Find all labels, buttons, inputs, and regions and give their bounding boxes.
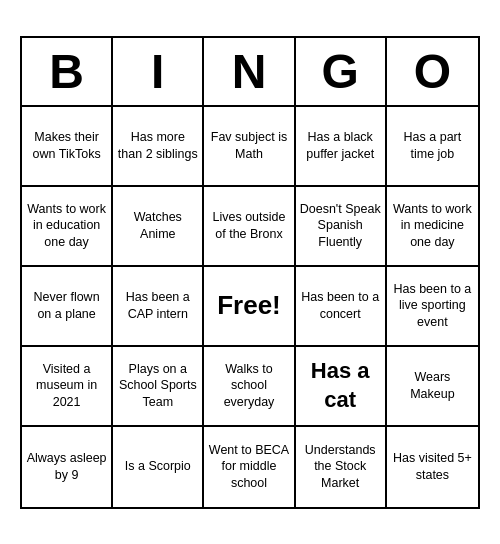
bingo-cell-11[interactable]: Has been a CAP intern bbox=[113, 267, 204, 347]
bingo-letter-b: B bbox=[22, 38, 113, 105]
bingo-cell-6[interactable]: Watches Anime bbox=[113, 187, 204, 267]
bingo-cell-23[interactable]: Understands the Stock Market bbox=[296, 427, 387, 507]
bingo-cell-7[interactable]: Lives outside of the Bronx bbox=[204, 187, 295, 267]
bingo-cell-24[interactable]: Has visited 5+ states bbox=[387, 427, 478, 507]
bingo-cell-2[interactable]: Fav subject is Math bbox=[204, 107, 295, 187]
bingo-cell-17[interactable]: Walks to school everyday bbox=[204, 347, 295, 427]
bingo-cell-5[interactable]: Wants to work in education one day bbox=[22, 187, 113, 267]
bingo-cell-3[interactable]: Has a black puffer jacket bbox=[296, 107, 387, 187]
bingo-grid: Makes their own TikToksHas more than 2 s… bbox=[22, 107, 478, 507]
bingo-cell-4[interactable]: Has a part time job bbox=[387, 107, 478, 187]
bingo-cell-10[interactable]: Never flown on a plane bbox=[22, 267, 113, 347]
bingo-cell-9[interactable]: Wants to work in medicine one day bbox=[387, 187, 478, 267]
bingo-cell-1[interactable]: Has more than 2 siblings bbox=[113, 107, 204, 187]
bingo-header: BINGO bbox=[22, 38, 478, 107]
bingo-cell-0[interactable]: Makes their own TikToks bbox=[22, 107, 113, 187]
bingo-letter-g: G bbox=[296, 38, 387, 105]
bingo-cell-15[interactable]: Visited a museum in 2021 bbox=[22, 347, 113, 427]
bingo-cell-13[interactable]: Has been to a concert bbox=[296, 267, 387, 347]
bingo-cell-20[interactable]: Always asleep by 9 bbox=[22, 427, 113, 507]
bingo-card: BINGO Makes their own TikToksHas more th… bbox=[20, 36, 480, 509]
bingo-cell-19[interactable]: Wears Makeup bbox=[387, 347, 478, 427]
bingo-letter-n: N bbox=[204, 38, 295, 105]
bingo-cell-16[interactable]: Plays on a School Sports Team bbox=[113, 347, 204, 427]
bingo-letter-o: O bbox=[387, 38, 478, 105]
bingo-cell-22[interactable]: Went to BECA for middle school bbox=[204, 427, 295, 507]
bingo-cell-21[interactable]: Is a Scorpio bbox=[113, 427, 204, 507]
bingo-letter-i: I bbox=[113, 38, 204, 105]
bingo-cell-14[interactable]: Has been to a live sporting event bbox=[387, 267, 478, 347]
bingo-cell-8[interactable]: Doesn't Speak Spanish Fluently bbox=[296, 187, 387, 267]
bingo-cell-12[interactable]: Free! bbox=[204, 267, 295, 347]
bingo-cell-18[interactable]: Has a cat bbox=[296, 347, 387, 427]
